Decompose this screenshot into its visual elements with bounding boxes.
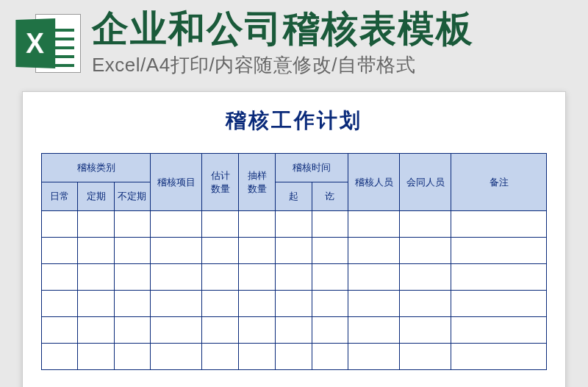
cell-to: [312, 211, 348, 238]
table-body: [42, 211, 547, 370]
cell-est: [202, 211, 239, 238]
table-row: [42, 211, 547, 238]
cell-co: [400, 344, 451, 370]
cell-project: [151, 344, 202, 370]
cell-project: [151, 317, 202, 344]
cell-periodic: [78, 344, 114, 370]
cell-daily: [42, 344, 78, 370]
cell-irregular: [114, 344, 150, 370]
th-co-person: 会同人员: [400, 154, 451, 211]
th-est-qty: 估计 数量: [202, 154, 239, 211]
cell-periodic: [78, 317, 114, 344]
cell-est: [202, 344, 239, 370]
excel-icon: X: [15, 10, 81, 77]
main-title: 企业和公司稽核表模板: [92, 9, 573, 49]
cell-to: [312, 291, 348, 317]
th-time-group: 稽核时间: [276, 154, 348, 182]
cell-co: [400, 211, 451, 238]
cell-project: [151, 291, 202, 317]
cell-notes: [451, 238, 547, 264]
cell-irregular: [114, 264, 150, 291]
cell-daily: [42, 211, 78, 238]
th-auditor: 稽核人员: [348, 154, 400, 211]
cell-sample: [239, 238, 276, 264]
th-daily: 日常: [42, 182, 78, 211]
table-row: [42, 238, 547, 264]
th-periodic: 定期: [78, 182, 114, 211]
cell-daily: [42, 291, 78, 317]
cell-irregular: [114, 291, 150, 317]
excel-x-letter: X: [26, 27, 44, 60]
cell-periodic: [78, 291, 114, 317]
document-preview: 稽核工作计划 稽核类别 稽核项目 估计 数量 抽样 数量 稽核时间 稽核人员 会…: [22, 91, 566, 387]
cell-auditor: [348, 211, 400, 238]
cell-est: [202, 238, 239, 264]
table-row: [42, 291, 547, 317]
cell-notes: [451, 264, 547, 291]
th-sample-qty: 抽样 数量: [239, 154, 276, 211]
cell-from: [276, 264, 312, 291]
cell-co: [400, 238, 451, 264]
cell-auditor: [348, 264, 400, 291]
cell-auditor: [348, 291, 400, 317]
document-title: 稽核工作计划: [41, 107, 547, 135]
table-row: [42, 317, 547, 344]
cell-sample: [239, 317, 276, 344]
cell-co: [400, 317, 451, 344]
cell-sample: [239, 211, 276, 238]
cell-co: [400, 291, 451, 317]
th-time-to: 讫: [312, 182, 348, 211]
cell-from: [276, 291, 312, 317]
cell-project: [151, 211, 202, 238]
table-row: [42, 344, 547, 370]
cell-est: [202, 264, 239, 291]
cell-auditor: [348, 317, 400, 344]
cell-est: [202, 317, 239, 344]
cell-irregular: [114, 238, 150, 264]
audit-table: 稽核类别 稽核项目 估计 数量 抽样 数量 稽核时间 稽核人员 会同人员 备注 …: [41, 153, 547, 370]
th-project: 稽核项目: [151, 154, 202, 211]
th-category-group: 稽核类别: [42, 154, 151, 182]
cell-est: [202, 291, 239, 317]
cell-from: [276, 344, 312, 370]
th-notes: 备注: [451, 154, 547, 211]
cell-to: [312, 238, 348, 264]
cell-from: [276, 238, 312, 264]
cell-project: [151, 264, 202, 291]
cell-notes: [451, 317, 547, 344]
cell-periodic: [78, 238, 114, 264]
cell-co: [400, 264, 451, 291]
cell-irregular: [114, 317, 150, 344]
cell-auditor: [348, 344, 400, 370]
sub-title: Excel/A4打印/内容随意修改/自带格式: [92, 52, 573, 78]
cell-notes: [451, 344, 547, 370]
header-text-block: 企业和公司稽核表模板 Excel/A4打印/内容随意修改/自带格式: [92, 9, 573, 78]
th-time-from: 起: [276, 182, 312, 211]
cell-to: [312, 264, 348, 291]
cell-to: [312, 317, 348, 344]
cell-periodic: [78, 264, 114, 291]
table-row: [42, 264, 547, 291]
cell-sample: [239, 291, 276, 317]
cell-daily: [42, 264, 78, 291]
cell-irregular: [114, 211, 150, 238]
cell-sample: [239, 344, 276, 370]
cell-daily: [42, 238, 78, 264]
cell-from: [276, 317, 312, 344]
cell-project: [151, 238, 202, 264]
cell-daily: [42, 317, 78, 344]
cell-periodic: [78, 211, 114, 238]
cell-auditor: [348, 238, 400, 264]
cell-notes: [451, 211, 547, 238]
cell-to: [312, 344, 348, 370]
cell-sample: [239, 264, 276, 291]
th-irregular: 不定期: [114, 182, 150, 211]
cell-notes: [451, 291, 547, 317]
page-header: X 企业和公司稽核表模板 Excel/A4打印/内容随意修改/自带格式: [0, 0, 588, 84]
cell-from: [276, 211, 312, 238]
